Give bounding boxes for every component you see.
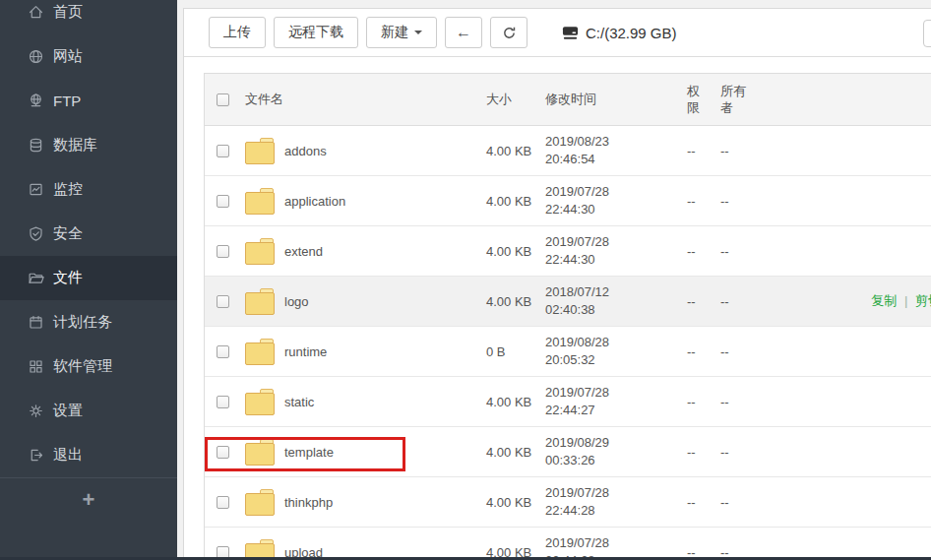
file-table: 文件名 大小 修改时间 权限 所有者 addons 4.00 KB — [204, 73, 931, 560]
file-perm: -- — [683, 343, 718, 360]
sidebar-item-home[interactable]: 首页 — [0, 0, 177, 34]
sidebar-item-ftp[interactable]: FTP — [0, 79, 177, 123]
row-checkbox[interactable] — [217, 295, 229, 308]
sidebar-item-apps[interactable]: 软件管理 — [0, 344, 177, 389]
table-row[interactable]: runtime 0 B 2019/08/28 20:05:32 -- -- | — [205, 327, 931, 377]
file-name[interactable]: addons — [284, 144, 327, 158]
sidebar-item-gear[interactable]: 设置 — [0, 389, 177, 433]
file-modified: 2018/07/12 02:40:38 — [545, 283, 683, 319]
select-all-checkbox[interactable] — [217, 93, 229, 106]
header-name-label: 文件名 — [245, 91, 283, 108]
file-perm: -- — [683, 444, 718, 461]
sidebar-item-logout[interactable]: 退出 — [0, 433, 177, 477]
arrow-left-icon: ← — [456, 25, 471, 40]
file-modified-date: 2019/07/28 — [545, 384, 683, 402]
folder-icon — [245, 439, 275, 466]
file-name[interactable]: template — [284, 445, 334, 460]
file-size: 4.00 KB — [484, 445, 545, 460]
header-perm-label: 权限 — [687, 83, 702, 116]
search-input[interactable] — [923, 20, 931, 47]
file-modified: 2019/07/28 22:44:27 — [545, 384, 683, 419]
table-row[interactable]: addons 4.00 KB 2019/08/23 20:46:54 -- --… — [205, 126, 931, 176]
row-checkbox[interactable] — [217, 195, 229, 208]
file-perm: -- — [683, 193, 718, 210]
sidebar-item-monitor[interactable]: 监控 — [0, 167, 177, 212]
sidebar-item-globe[interactable]: 网站 — [0, 34, 177, 79]
file-name[interactable]: runtime — [284, 344, 327, 359]
caret-down-icon — [414, 31, 422, 34]
copy-link[interactable]: 复制 — [871, 293, 897, 308]
table-body: addons 4.00 KB 2019/08/23 20:46:54 -- --… — [205, 126, 931, 560]
file-name[interactable]: thinkphp — [284, 495, 333, 510]
file-owner: -- — [718, 494, 762, 511]
file-modified: 2019/08/28 20:05:32 — [545, 334, 683, 369]
table-row[interactable]: logo 4.00 KB 2018/07/12 02:40:38 -- -- 复… — [205, 277, 931, 327]
sidebar-item-label: 监控 — [53, 180, 83, 199]
content-panel: 上传 远程下载 新建 ← C:/(32.99 GB) — [183, 8, 931, 560]
row-name-cell: extend — [242, 238, 484, 265]
file-modified-date: 2019/07/28 — [545, 484, 683, 502]
table-row[interactable]: application 4.00 KB 2019/07/28 22:44:30 … — [205, 176, 931, 226]
table-row[interactable]: static 4.00 KB 2019/07/28 22:44:27 -- --… — [205, 377, 931, 427]
row-checkbox[interactable] — [217, 396, 229, 408]
remote-download-button-label: 远程下载 — [288, 24, 343, 41]
file-modified-time: 02:40:38 — [545, 301, 683, 319]
file-modified-time: 22:44:27 — [545, 402, 683, 419]
file-size: 4.00 KB — [484, 194, 545, 209]
file-name[interactable]: extend — [284, 244, 323, 259]
header-size: 大小 — [484, 91, 545, 108]
upload-button[interactable]: 上传 — [209, 17, 266, 48]
refresh-button[interactable] — [490, 17, 528, 48]
file-size: 4.00 KB — [484, 144, 545, 158]
file-modified: 2019/08/23 20:46:54 — [545, 133, 683, 168]
table-row[interactable]: extend 4.00 KB 2019/07/28 22:44:30 -- --… — [205, 226, 931, 277]
sidebar-item-calendar[interactable]: 计划任务 — [0, 300, 177, 344]
file-modified: 2019/08/29 00:33:26 — [545, 434, 683, 469]
file-name[interactable]: logo — [284, 294, 309, 309]
file-modified-date: 2019/08/29 — [545, 434, 683, 452]
file-size: 4.00 KB — [484, 294, 545, 309]
file-modified-time: 20:05:32 — [545, 351, 683, 369]
row-checkbox[interactable] — [217, 245, 229, 258]
row-name-cell: addons — [242, 138, 484, 164]
back-button[interactable]: ← — [445, 17, 482, 48]
folder-icon — [245, 138, 275, 164]
table-row[interactable]: upload 4.00 KB 2019/07/28 22:44:28 -- --… — [205, 528, 931, 560]
row-name-cell: template — [242, 439, 484, 466]
sidebar-item-label: 文件 — [53, 269, 83, 287]
sidebar-item-database[interactable]: 数据库 — [0, 123, 177, 167]
file-perm: -- — [683, 243, 718, 260]
row-checkbox[interactable] — [217, 345, 229, 358]
row-checkbox[interactable] — [217, 446, 229, 459]
sidebar-item-folder[interactable]: 文件 — [0, 256, 177, 300]
sidebar-item-shield[interactable]: 安全 — [0, 212, 177, 256]
folder-icon — [245, 288, 275, 315]
disk-selector[interactable]: C:/(32.99 GB) — [562, 25, 677, 41]
file-modified-date: 2018/07/12 — [545, 283, 683, 301]
file-modified-time: 22:44:30 — [545, 251, 683, 269]
add-panel-button[interactable]: + — [83, 489, 95, 511]
disk-label: C:/(32.99 GB) — [586, 25, 677, 41]
new-button[interactable]: 新建 — [366, 17, 437, 48]
remote-download-button[interactable]: 远程下载 — [274, 17, 358, 48]
ftp-icon — [28, 93, 44, 109]
hard-drive-icon — [562, 26, 579, 40]
file-name[interactable]: application — [284, 194, 345, 209]
logout-icon — [28, 447, 44, 464]
file-name[interactable]: static — [284, 395, 314, 409]
sidebar-item-label: 网站 — [53, 47, 83, 66]
header-size-label: 大小 — [486, 92, 512, 106]
row-checkbox-cell — [205, 245, 242, 258]
header-perm: 权限 — [683, 83, 718, 116]
file-size: 0 B — [484, 344, 545, 359]
row-actions: 复制 | 剪切 — [762, 292, 931, 310]
cut-link[interactable]: 剪切 — [915, 293, 931, 308]
file-modified: 2019/07/28 22:44:28 — [545, 484, 683, 520]
refresh-icon — [502, 26, 517, 40]
row-checkbox[interactable] — [217, 496, 229, 509]
row-name-cell: runtime — [242, 339, 484, 365]
row-checkbox[interactable] — [217, 145, 229, 157]
file-modified-time: 00:33:26 — [545, 452, 683, 469]
table-row[interactable]: template 4.00 KB 2019/08/29 00:33:26 -- … — [205, 427, 931, 477]
table-row[interactable]: thinkphp 4.00 KB 2019/07/28 22:44:28 -- … — [205, 477, 931, 528]
